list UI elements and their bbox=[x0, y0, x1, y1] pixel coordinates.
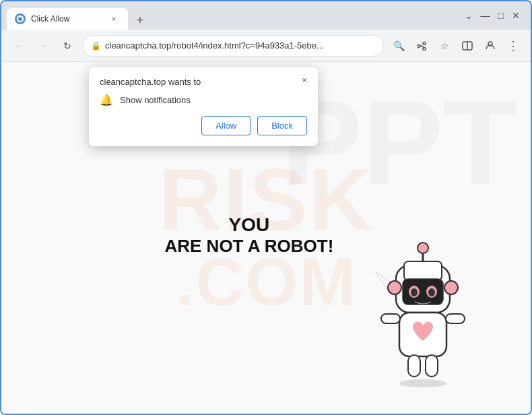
menu-icon[interactable]: ⋮ bbox=[504, 36, 523, 55]
svg-rect-18 bbox=[381, 314, 400, 323]
minimize-button[interactable]: — bbox=[481, 10, 490, 21]
svg-point-15 bbox=[388, 281, 401, 294]
profile-icon[interactable] bbox=[481, 36, 500, 55]
robot-character bbox=[356, 232, 490, 407]
popup-title: cleancaptcha.top wants to bbox=[100, 77, 307, 87]
address-actions: 🔍 ☆ ⋮ bbox=[389, 36, 523, 55]
block-button[interactable]: Block bbox=[257, 116, 307, 135]
maximize-button[interactable]: □ bbox=[498, 10, 504, 21]
svg-point-22 bbox=[399, 379, 446, 387]
share-icon[interactable] bbox=[412, 36, 431, 55]
svg-rect-19 bbox=[446, 314, 465, 323]
popup-notification-row: 🔔 Show notifications bbox=[100, 94, 307, 106]
tab-close-button[interactable]: × bbox=[108, 13, 120, 25]
page-content: RISK .COM PPT YOU ARE NOT A ROBOT! bbox=[1, 62, 531, 414]
are-not-robot-text: ARE NOT A ROBOT! bbox=[164, 236, 333, 257]
popup-buttons: Allow Block bbox=[100, 116, 307, 135]
active-tab[interactable]: Click Allow × bbox=[7, 8, 128, 30]
you-text: YOU bbox=[164, 214, 333, 236]
tab-area: Click Allow × + bbox=[7, 1, 462, 30]
new-tab-button[interactable]: + bbox=[131, 11, 149, 30]
svg-point-7 bbox=[418, 243, 428, 253]
bell-icon: 🔔 bbox=[100, 94, 113, 106]
svg-point-16 bbox=[444, 281, 458, 294]
address-bar[interactable]: 🔒 cleancaptcha.top/robot4/index.html?c=9… bbox=[82, 35, 384, 57]
svg-rect-21 bbox=[426, 355, 438, 377]
url-text: cleancaptcha.top/robot4/index.html?c=94a… bbox=[105, 40, 375, 51]
split-view-icon[interactable] bbox=[458, 36, 477, 55]
popup-notification-text: Show notifications bbox=[120, 95, 191, 105]
search-icon[interactable]: 🔍 bbox=[389, 36, 408, 55]
main-page-text: YOU ARE NOT A ROBOT! bbox=[164, 214, 333, 257]
title-bar: Click Allow × + ⌄ — □ ✕ bbox=[1, 1, 531, 30]
back-button[interactable]: ← bbox=[9, 36, 28, 55]
reload-button[interactable]: ↻ bbox=[58, 36, 77, 55]
browser-window: Click Allow × + ⌄ — □ ✕ ← → ↻ 🔒 cleancap… bbox=[0, 0, 532, 415]
forward-button[interactable]: → bbox=[34, 36, 53, 55]
svg-rect-20 bbox=[408, 355, 420, 377]
svg-point-1 bbox=[18, 17, 22, 21]
tab-favicon bbox=[15, 13, 26, 24]
notification-popup: × cleancaptcha.top wants to 🔔 Show notif… bbox=[89, 67, 318, 146]
address-bar-row: ← → ↻ 🔒 cleancaptcha.top/robot4/index.ht… bbox=[1, 30, 531, 62]
close-button[interactable]: ✕ bbox=[512, 10, 520, 21]
bookmark-icon[interactable]: ☆ bbox=[435, 36, 454, 55]
svg-point-14 bbox=[428, 288, 435, 296]
chevron-icon[interactable]: ⌄ bbox=[465, 10, 473, 21]
svg-rect-9 bbox=[404, 261, 442, 280]
popup-close-button[interactable]: × bbox=[298, 73, 311, 86]
lock-icon: 🔒 bbox=[91, 41, 101, 51]
svg-point-13 bbox=[411, 288, 418, 296]
window-controls: ⌄ — □ ✕ bbox=[465, 10, 525, 21]
tab-title: Click Allow bbox=[31, 14, 102, 24]
allow-button[interactable]: Allow bbox=[201, 116, 251, 135]
